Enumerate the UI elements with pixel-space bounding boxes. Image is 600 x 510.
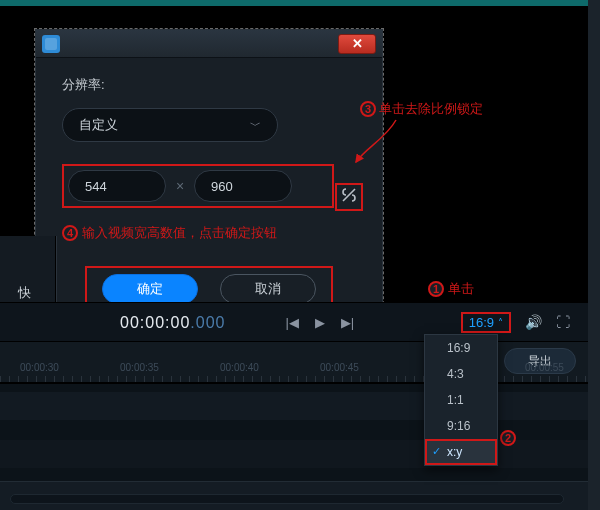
link-broken-icon [340, 186, 358, 208]
callout-1: 1 单击 [428, 280, 474, 298]
callout-3-badge: 3 [360, 101, 376, 117]
prev-frame-button[interactable]: |◀ [285, 315, 298, 330]
aspect-option-16-9[interactable]: 16:9 [425, 335, 497, 361]
aspect-lock-toggle[interactable] [335, 183, 363, 211]
resolution-preset-select[interactable]: 自定义 ﹀ [62, 108, 278, 142]
dialog-frame: ✕ 分辨率: 自定义 ﹀ 544 × 960 4 输入视频宽高数值，点击确定按钮 [35, 29, 383, 333]
resolution-label: 分辨率: [62, 76, 356, 94]
width-input[interactable]: 544 [68, 170, 166, 202]
chevron-down-icon: ﹀ [250, 118, 261, 133]
transport-bar: 00:00:00.000 |◀ ▶ ▶| 16:9 ˄ 🔊 ⛶ [0, 302, 588, 342]
callout-3: 3 单击去除比例锁定 [360, 100, 483, 118]
volume-icon[interactable]: 🔊 [525, 314, 542, 330]
chevron-up-icon: ˄ [498, 317, 503, 328]
close-icon: ✕ [352, 36, 363, 51]
aspect-option-custom[interactable]: x:y [425, 439, 497, 465]
timeline-track-1[interactable] [0, 392, 588, 420]
tick-label: 00:00:35 [120, 362, 159, 373]
timecode-ms: .000 [190, 314, 225, 331]
tick-label: 00:00:40 [220, 362, 259, 373]
callout-4: 4 输入视频宽高数值，点击确定按钮 [62, 224, 356, 242]
callout-2: 2 [500, 428, 516, 446]
timecode: 00:00:00.000 [120, 313, 225, 332]
transport-controls: |◀ ▶ ▶| [285, 315, 354, 330]
timecode-main: 00:00:00 [120, 314, 190, 331]
times-symbol: × [166, 178, 194, 194]
aspect-ratio-dropdown[interactable]: 16:9 ˄ [461, 312, 511, 333]
tick-label: 00:00:30 [20, 362, 59, 373]
cancel-label: 取消 [255, 280, 281, 298]
horizontal-scrollbar[interactable] [10, 494, 564, 504]
fullscreen-icon[interactable]: ⛶ [556, 314, 570, 330]
timeline-tickmarks [0, 376, 588, 382]
height-value: 960 [211, 179, 233, 194]
quick-label: 快 [18, 284, 31, 302]
callout-3-text: 单击去除比例锁定 [379, 100, 483, 118]
width-value: 544 [85, 179, 107, 194]
ok-button[interactable]: 确定 [102, 274, 198, 304]
ok-label: 确定 [137, 280, 163, 298]
callout-4-text: 输入视频宽高数值，点击确定按钮 [82, 224, 277, 242]
height-input[interactable]: 960 [194, 170, 292, 202]
close-button[interactable]: ✕ [338, 34, 376, 54]
callout-1-badge: 1 [428, 281, 444, 297]
aspect-option-1-1[interactable]: 1:1 [425, 387, 497, 413]
callout-2-badge: 2 [500, 430, 516, 446]
aspect-ratio-menu: 16:9 4:3 1:1 9:16 x:y [424, 334, 498, 466]
aspect-option-9-16[interactable]: 9:16 [425, 413, 497, 439]
callout-4-badge: 4 [62, 225, 78, 241]
dialog-body: 分辨率: 自定义 ﹀ 544 × 960 4 输入视频宽高数值，点击确定按钮 [36, 58, 382, 332]
cancel-button[interactable]: 取消 [220, 274, 316, 304]
tick-label: 00:00:55 [525, 362, 564, 373]
bottom-bar [0, 482, 588, 510]
width-height-row: 544 × 960 [62, 164, 334, 208]
callout-3-arrow [356, 118, 416, 168]
next-frame-button[interactable]: ▶| [341, 315, 354, 330]
dialog-titlebar[interactable]: ✕ [36, 30, 382, 58]
tick-label: 00:00:45 [320, 362, 359, 373]
callout-1-text: 单击 [448, 280, 474, 298]
resolution-dialog: ✕ 分辨率: 自定义 ﹀ 544 × 960 4 输入视频宽高数值，点击确定按钮 [34, 28, 384, 334]
app-icon [42, 35, 60, 53]
aspect-option-4-3[interactable]: 4:3 [425, 361, 497, 387]
play-button[interactable]: ▶ [315, 315, 325, 330]
aspect-current-value: 16:9 [469, 315, 494, 330]
window-right-border [588, 0, 600, 510]
preset-selected-value: 自定义 [79, 116, 118, 134]
